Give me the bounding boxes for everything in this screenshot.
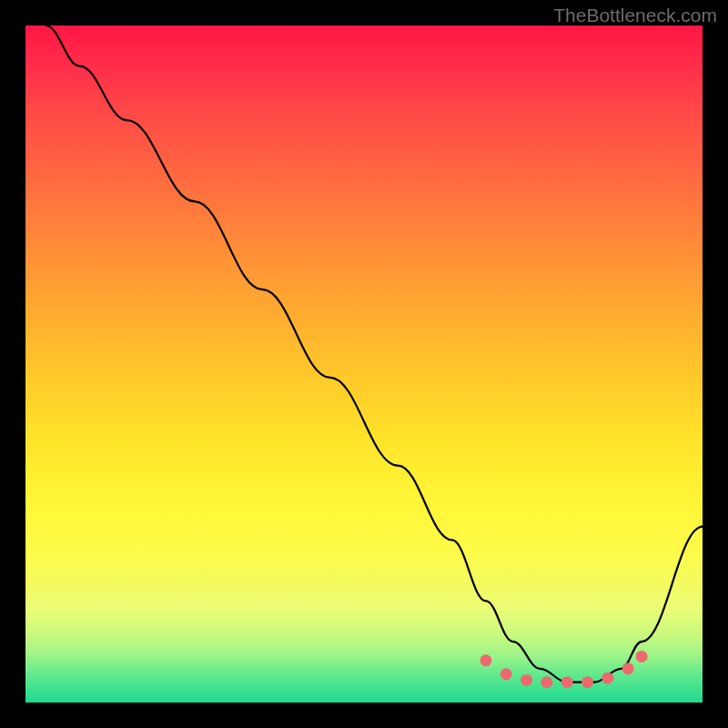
valley-marker [636, 651, 648, 662]
valley-marker [480, 654, 491, 666]
valley-marker [541, 676, 552, 688]
valley-marker [622, 662, 634, 674]
valley-marker [500, 668, 512, 680]
valley-markers [480, 651, 647, 688]
valley-marker [521, 674, 532, 686]
chart-plot-area [25, 25, 703, 703]
valley-marker [581, 676, 593, 688]
watermark-text: TheBottleneck.com [553, 5, 717, 26]
valley-marker [561, 676, 573, 688]
valley-marker [602, 672, 613, 684]
bottleneck-line [46, 25, 703, 682]
chart-svg [25, 25, 703, 703]
